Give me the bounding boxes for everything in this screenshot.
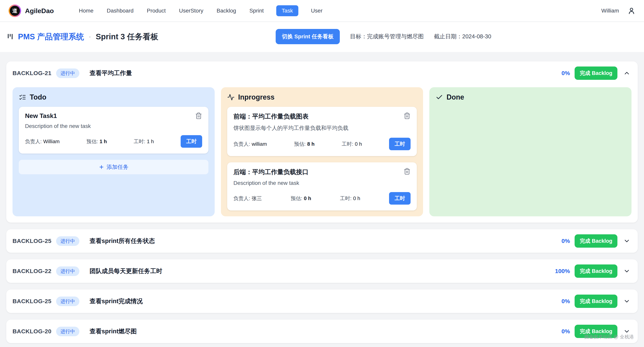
collapse-chevron-up-icon[interactable]	[622, 69, 632, 78]
backlog-title: 查看sprint完成情况	[90, 297, 143, 305]
complete-backlog-button[interactable]: 完成 Backlog	[574, 264, 618, 278]
backlog-card-expanded: BACKLOG-21 进行中 查看平均工作量 0% 完成 Backlog	[6, 62, 638, 223]
nav-item-home[interactable]: Home	[78, 5, 94, 16]
backlog-row[interactable]: BACKLOG-22 进行中 团队成员每天更新任务工时 100% 完成 Back…	[6, 259, 638, 283]
sprint-goal-text: 目标：完成账号管理与燃尽图	[350, 33, 424, 41]
top-nav: 道 AgileDao Home Dashboard Product UserSt…	[0, 0, 644, 22]
expand-chevron-down-icon[interactable]	[622, 266, 632, 276]
backlog-id: BACKLOG-25	[12, 298, 52, 304]
task-description: 饼状图显示每个人的平均工作量负载和平均负载	[234, 124, 410, 132]
user-profile-icon[interactable]	[628, 7, 636, 15]
project-link[interactable]: PMS 产品管理系统	[18, 31, 84, 42]
backlog-row[interactable]: BACKLOG-20 进行中 查看sprint燃尽图 0% 完成 Backlog	[6, 320, 638, 343]
add-task-button[interactable]: 添加任务	[19, 160, 208, 174]
backlog-row[interactable]: BACKLOG-25 进行中 查看sprint完成情况 0% 完成 Backlo…	[6, 289, 638, 313]
task-title: 后端：平均工作量负载接口	[234, 168, 308, 176]
page-title-group: PMS 产品管理系统 · Sprint 3 任务看板	[6, 31, 158, 42]
plus-icon	[99, 164, 104, 170]
backlog-row[interactable]: BACKLOG-21 进行中 查看平均工作量 0% 完成 Backlog	[6, 62, 638, 85]
delete-task-icon[interactable]	[404, 168, 410, 175]
backlog-title: 查看平均工作量	[90, 69, 132, 77]
backlog-title: 查看sprint燃尽图	[90, 327, 137, 335]
task-assignee: 负责人:William	[25, 138, 60, 145]
backlog-id: BACKLOG-25	[12, 238, 52, 244]
status-badge: 进行中	[56, 296, 80, 306]
task-title: New Task1	[25, 112, 57, 120]
task-estimate: 预估:0 h	[291, 195, 311, 202]
task-card[interactable]: 前端：平均工作量负载图表 饼状图显示每个人的平均工作量负载和平均负载 负责人:w…	[227, 107, 417, 156]
complete-backlog-button[interactable]: 完成 Backlog	[574, 234, 618, 248]
complete-backlog-button[interactable]: 完成 Backlog	[574, 294, 618, 308]
nav-item-user[interactable]: User	[310, 5, 323, 16]
brand-logo-icon: 道	[8, 5, 21, 17]
backlog-card-collapsed: BACKLOG-25 进行中 查看sprint所有任务状态 0% 完成 Back…	[6, 229, 638, 253]
backlog-title: 查看sprint所有任务状态	[90, 237, 155, 245]
nav-item-product[interactable]: Product	[146, 5, 166, 16]
status-badge: 进行中	[56, 236, 80, 246]
nav-item-backlog[interactable]: Backlog	[216, 5, 237, 16]
backlog-id: BACKLOG-22	[12, 268, 52, 274]
progress-percent: 0%	[562, 70, 570, 77]
backlog-card-collapsed: BACKLOG-22 进行中 团队成员每天更新任务工时 100% 完成 Back…	[6, 259, 638, 283]
progress-percent: 0%	[562, 328, 570, 335]
nav-item-userstory[interactable]: UserStory	[178, 5, 204, 16]
log-hours-button[interactable]: 工时	[389, 138, 410, 150]
backlog-title: 团队成员每天更新任务工时	[90, 267, 162, 275]
status-badge: 进行中	[56, 266, 80, 276]
task-card[interactable]: 后端：平均工作量负载接口 Description of the new task…	[227, 162, 417, 210]
column-name: Todo	[30, 93, 46, 101]
nav-item-dashboard[interactable]: Dashboard	[106, 5, 134, 16]
nav-right: William	[602, 7, 636, 15]
progress-percent: 100%	[555, 268, 570, 274]
column-name: Inprogress	[238, 93, 274, 101]
nav-item-sprint[interactable]: Sprint	[249, 5, 264, 16]
brand[interactable]: 道 AgileDao	[8, 5, 54, 17]
switch-sprint-board-button[interactable]: 切换 Sprint 任务看板	[276, 29, 340, 44]
expand-chevron-down-icon[interactable]	[622, 296, 632, 306]
watermark: 掘金技术社区 @ 全栈港	[584, 334, 634, 340]
main-content: BACKLOG-21 进行中 查看平均工作量 0% 完成 Backlog	[0, 52, 644, 343]
sprint-info: 目标：完成账号管理与燃尽图 截止日期：2024-08-30	[350, 33, 491, 41]
task-hours: 工时:0 h	[342, 141, 362, 148]
backlog-card-collapsed: BACKLOG-25 进行中 查看sprint完成情况 0% 完成 Backlo…	[6, 289, 638, 313]
page-header: PMS 产品管理系统 · Sprint 3 任务看板 切换 Sprint 任务看…	[0, 22, 644, 52]
delete-task-icon[interactable]	[404, 112, 410, 119]
done-check-icon	[436, 94, 443, 101]
column-inprogress: Inprogress 前端：平均工作量负载图表 饼状图显示每个人的平均工作量负载…	[221, 87, 423, 216]
title-separator: ·	[88, 33, 92, 41]
log-hours-button[interactable]: 工时	[181, 135, 202, 148]
board-title: Sprint 3 任务看板	[96, 31, 158, 42]
kanban-board-icon	[6, 33, 14, 41]
backlog-id: BACKLOG-21	[12, 70, 52, 77]
page: 道 AgileDao Home Dashboard Product UserSt…	[0, 0, 644, 347]
expand-chevron-down-icon[interactable]	[622, 236, 632, 246]
nav-links: Home Dashboard Product UserStory Backlog…	[78, 5, 601, 16]
log-hours-button[interactable]: 工时	[389, 192, 410, 205]
progress-percent: 0%	[562, 238, 570, 244]
current-user-name: William	[602, 8, 619, 14]
task-card[interactable]: New Task1 Description of the new task 负责…	[19, 107, 208, 154]
backlog-id: BACKLOG-20	[12, 328, 52, 335]
inprogress-activity-icon	[227, 94, 234, 101]
task-title: 前端：平均工作量负载图表	[234, 112, 308, 121]
column-todo: Todo New Task1 Description of the new ta…	[12, 87, 215, 216]
column-done: Done	[429, 87, 632, 216]
task-hours: 工时:1 h	[134, 138, 154, 145]
complete-backlog-button[interactable]: 完成 Backlog	[574, 67, 618, 80]
delete-task-icon[interactable]	[195, 112, 202, 119]
status-badge: 进行中	[56, 69, 80, 78]
task-estimate: 预估:1 h	[86, 138, 107, 145]
brand-name: AgileDao	[25, 7, 54, 15]
sprint-deadline-text: 截止日期：2024-08-30	[434, 33, 491, 41]
task-description: Description of the new task	[234, 180, 410, 186]
backlog-card-collapsed: BACKLOG-20 进行中 查看sprint燃尽图 0% 完成 Backlog	[6, 320, 638, 343]
todo-list-checks-icon	[19, 94, 26, 101]
task-description: Description of the new task	[25, 123, 202, 129]
kanban-board: Todo New Task1 Description of the new ta…	[6, 85, 638, 223]
backlog-row[interactable]: BACKLOG-25 进行中 查看sprint所有任务状态 0% 完成 Back…	[6, 229, 638, 253]
task-assignee: 负责人:张三	[234, 195, 262, 202]
column-name: Done	[446, 93, 464, 101]
task-assignee: 负责人:william	[234, 141, 267, 148]
task-estimate: 预估:8 h	[294, 141, 314, 148]
nav-item-task[interactable]: Task	[276, 5, 298, 16]
